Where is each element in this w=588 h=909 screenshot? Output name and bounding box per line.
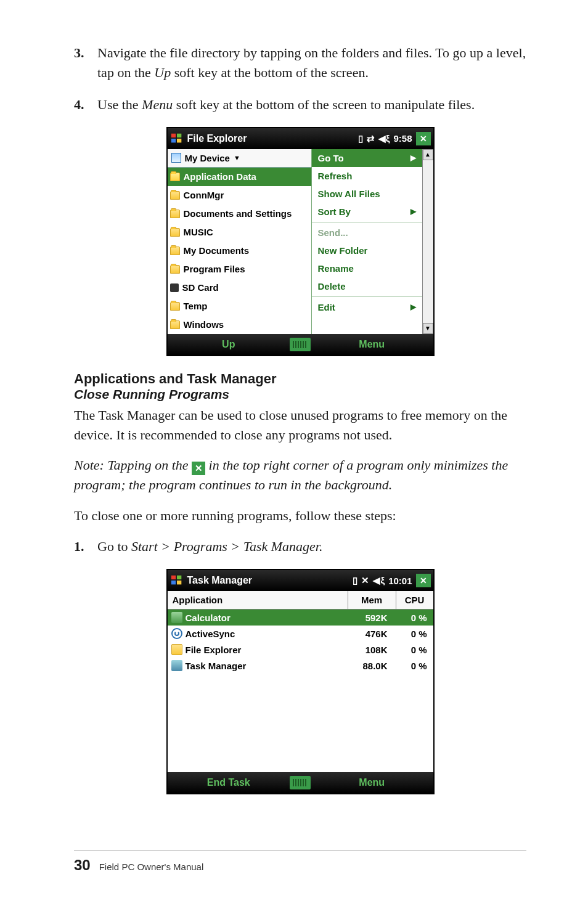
no-connection-icon: ✕ <box>361 575 369 586</box>
keyboard-icon[interactable] <box>290 338 311 351</box>
page-number: 30 <box>74 857 91 874</box>
folder-label: Documents and Settings <box>184 208 292 219</box>
col-cpu[interactable]: CPU <box>396 591 433 609</box>
system-tray: ▯ ✕ ◀ξ 10:01 <box>353 575 412 586</box>
task-row-file-explorer[interactable]: File Explorer 108K 0 % <box>168 642 433 658</box>
folder-label: Application Data <box>184 171 256 182</box>
col-application[interactable]: Application <box>168 591 348 609</box>
app-name: ActiveSync <box>186 629 235 639</box>
folder-label: ConnMgr <box>184 190 224 200</box>
italic-term: Menu <box>142 97 173 112</box>
softkey-bar: End Task Menu <box>168 772 433 793</box>
instruction-list-2: 1. Go to Start > Programs > Task Manager… <box>74 537 526 556</box>
step-number: 4. <box>74 95 97 115</box>
menu-label: Send... <box>318 227 348 238</box>
menu-refresh[interactable]: Refresh <box>312 167 422 185</box>
folder-temp[interactable]: Temp <box>168 297 311 316</box>
close-icon: ✕ <box>192 462 205 475</box>
app-mem: 88.0K <box>348 661 396 671</box>
chevron-right-icon: ▶ <box>410 153 416 162</box>
titlebar: Task Manager ▯ ✕ ◀ξ 10:01 ✕ <box>168 570 433 591</box>
menu-goto[interactable]: Go To ▶ <box>312 149 422 167</box>
windows-start-icon[interactable] <box>170 574 184 587</box>
menu-delete[interactable]: Delete <box>312 277 422 295</box>
softkey-end-task[interactable]: End Task <box>168 777 290 788</box>
step-number: 3. <box>74 43 97 83</box>
app-name: File Explorer <box>186 645 242 655</box>
folder-icon <box>170 210 180 218</box>
folder-application-data[interactable]: Application Data <box>168 168 311 186</box>
windows-start-icon[interactable] <box>170 132 184 145</box>
menu-sort-by[interactable]: Sort By ▶ <box>312 203 422 221</box>
folder-connmgr[interactable]: ConnMgr <box>168 186 311 205</box>
menu-new-folder[interactable]: New Folder <box>312 242 422 259</box>
softkey-menu[interactable]: Menu <box>311 777 433 788</box>
scrollbar[interactable]: ▲ ▼ <box>422 149 433 334</box>
menu-rename[interactable]: Rename <box>312 259 422 277</box>
device-icon <box>171 153 181 163</box>
softkey-menu[interactable]: Menu <box>311 339 433 350</box>
menu-label: Go To <box>318 153 344 163</box>
softkey-up[interactable]: Up <box>168 339 290 350</box>
window-title: File Explorer <box>187 133 247 144</box>
app-mem: 592K <box>348 613 396 623</box>
menu-show-all[interactable]: Show All Files <box>312 185 422 203</box>
instruction-4: 4. Use the Menu soft key at the bottom o… <box>74 95 526 115</box>
scroll-up-icon[interactable]: ▲ <box>423 149 433 160</box>
svg-rect-5 <box>177 576 181 579</box>
connection-icon: ⇄ <box>367 133 375 144</box>
folder-my-documents[interactable]: My Documents <box>168 242 311 260</box>
device-dropdown[interactable]: My Device ▼ <box>168 149 311 168</box>
chevron-right-icon: ▶ <box>410 303 416 311</box>
app-cpu: 0 % <box>396 661 433 671</box>
scroll-down-icon[interactable]: ▼ <box>423 323 433 334</box>
section-subheading: Close Running Programs <box>74 387 526 402</box>
text-fragment: soft key at the bottom of the screen to … <box>173 97 475 112</box>
menu-edit[interactable]: Edit ▶ <box>312 298 422 316</box>
folder-icon <box>170 173 180 181</box>
folder-icon <box>170 302 180 311</box>
app-mem: 108K <box>348 645 396 655</box>
close-icon[interactable]: ✕ <box>416 574 431 587</box>
folder-label: Windows <box>184 319 224 330</box>
svg-rect-2 <box>171 139 175 142</box>
close-icon[interactable]: ✕ <box>416 132 431 145</box>
column-header-row: Application Mem CPU <box>168 591 433 609</box>
task-row-calculator[interactable]: Calculator 592K 0 % <box>168 609 433 626</box>
pda-icon: ▯ <box>358 133 363 144</box>
text-fragment: Go to <box>97 539 131 554</box>
context-menu: Go To ▶ Refresh Show All Files Sort By ▶… <box>311 149 422 334</box>
folder-icon <box>170 265 180 274</box>
svg-rect-7 <box>177 581 181 584</box>
page-footer: 30 Field PC Owner's Manual <box>74 850 526 874</box>
folder-documents-settings[interactable]: Documents and Settings <box>168 205 311 223</box>
section-heading: Applications and Task Manager <box>74 371 526 387</box>
folder-icon <box>170 320 180 329</box>
task-row-task-manager[interactable]: Task Manager 88.0K 0 % <box>168 658 433 674</box>
keyboard-icon[interactable] <box>290 776 311 789</box>
folder-label: SD Card <box>182 282 219 293</box>
text-fragment: soft key at the bottom of the screen. <box>171 65 369 80</box>
task-row-activesync[interactable]: ActiveSync 476K 0 % <box>168 626 433 642</box>
instruction-1: 1. Go to Start > Programs > Task Manager… <box>74 537 526 556</box>
folder-icon <box>170 247 180 255</box>
note-fragment: Note: Tapping on the <box>74 457 192 473</box>
note-paragraph: Note: Tapping on the ✕ in the top right … <box>74 455 526 495</box>
menu-label: Edit <box>318 302 335 312</box>
folder-windows[interactable]: Windows <box>168 316 311 334</box>
folder-icon <box>171 644 182 655</box>
folder-program-files[interactable]: Program Files <box>168 260 311 279</box>
folder-music[interactable]: MUSIC <box>168 223 311 242</box>
system-tray: ▯ ⇄ ◀ξ 9:58 <box>358 133 412 144</box>
folder-sd-card[interactable]: SD Card <box>168 279 311 297</box>
folder-label: Temp <box>184 301 208 311</box>
svg-rect-3 <box>177 139 181 142</box>
intro-paragraph: To close one or more running programs, f… <box>74 506 526 526</box>
sdcard-icon <box>170 283 179 292</box>
italic-term: Up <box>154 65 171 80</box>
file-explorer-body: My Device ▼ Application Data ConnMgr Doc… <box>168 149 433 334</box>
col-mem[interactable]: Mem <box>348 591 396 609</box>
menu-send: Send... <box>312 224 422 242</box>
task-manager-screenshot: Task Manager ▯ ✕ ◀ξ 10:01 ✕ Application … <box>74 569 526 794</box>
window-title: Task Manager <box>187 575 253 586</box>
